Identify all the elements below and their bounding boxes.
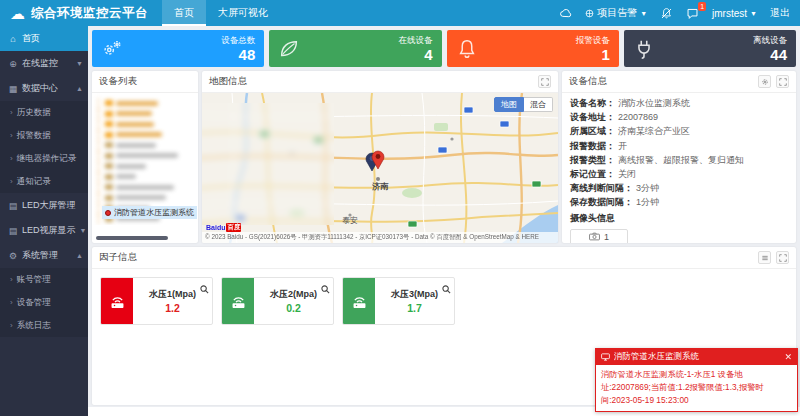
logout-button[interactable]: 退出 — [770, 6, 790, 20]
list-icon[interactable] — [758, 251, 771, 264]
username: jmrstest — [712, 8, 747, 19]
sidebar-item-home[interactable]: ⌂ 首页 — [0, 26, 88, 51]
plug-icon — [633, 38, 655, 60]
middle-row: 设备列表 — [92, 71, 796, 243]
sidebar-item-alarm-data[interactable]: › 报警数据 — [0, 124, 88, 147]
map-type-map-button[interactable]: 地图 — [494, 97, 524, 112]
device-info-panel: 设备信息 设备名称：消防水位监测系统 设备地址：22007869 所属区域：济南… — [562, 71, 796, 243]
sensor-icon — [222, 278, 254, 324]
field-alarm-type: 报警类型：离线报警、超限报警、复归通知 — [570, 155, 788, 165]
top-navbar: ☁ 综合环境监控云平台 首页 大屏可视化 项目告警 ▼ 1 — [0, 0, 800, 26]
camera-section-title: 摄像头信息 — [570, 212, 788, 225]
privacy-blur-overlay — [202, 103, 334, 225]
sidebar-item-data-center[interactable]: ▦ 数据中心 ▲ — [0, 76, 88, 101]
user-dropdown[interactable]: jmrstest ▼ — [712, 8, 757, 19]
alarm-popup-message: 消防管道水压监测系统-1-水压1 设备地址:22007869;当前值:1.2报警… — [596, 365, 797, 411]
sidebar-item-notify-log[interactable]: › 通知记录 — [0, 170, 88, 193]
project-alarm-dropdown[interactable]: 项目告警 ▼ — [585, 6, 647, 20]
cloud-logo-icon: ☁ — [10, 6, 25, 21]
map-type-control: 地图 混合 — [494, 97, 553, 112]
map-canvas[interactable]: 济南 泰安 地图 混合 Baidu百度 © 2023 Baidu - GS(20… — [202, 93, 558, 243]
camera-count: 1 — [604, 232, 609, 242]
navbar-right: 项目告警 ▼ 1 jmrstest ▼ 退出 — [559, 6, 800, 20]
device-info-title: 设备信息 — [569, 75, 607, 88]
sidebar-item-account-mgmt[interactable]: › 账号管理 — [0, 268, 88, 291]
factor-value: 0.2 — [286, 302, 301, 314]
expand-icon[interactable] — [776, 251, 789, 264]
device-list-header: 设备列表 — [92, 71, 198, 93]
map-type-hybrid-button[interactable]: 混合 — [524, 97, 553, 112]
close-icon[interactable]: ✕ — [784, 352, 792, 362]
stat-alarm-devices[interactable]: 报警设备1 — [447, 30, 619, 67]
monitor-icon: ⊕ — [8, 59, 18, 69]
nav-tab-bigscreen[interactable]: 大屏可视化 — [206, 0, 280, 26]
city-label-jinan: 济南 — [372, 181, 388, 192]
magnifier-icon[interactable] — [442, 280, 451, 289]
stat-value: 44 — [753, 47, 787, 62]
sidebar-item-system-mgmt[interactable]: ⚙ 系统管理 ▲ — [0, 243, 88, 268]
chevron-right-icon: › — [10, 275, 13, 284]
chevron-right-icon: › — [10, 154, 13, 163]
factor-card-pressure1[interactable]: 水压1(Mpa) 1.2 — [100, 277, 213, 325]
sidebar-item-led-screen-mgmt[interactable]: ▤ LED大屏管理 — [0, 193, 88, 218]
message-icon[interactable]: 1 — [686, 7, 699, 20]
magnifier-icon[interactable] — [321, 280, 330, 289]
city-label-taian: 泰安 — [342, 215, 358, 226]
bell-muted-icon[interactable] — [660, 7, 673, 20]
chevron-down-icon: ▼ — [750, 10, 757, 17]
cloud-sync-icon[interactable] — [559, 7, 572, 20]
chevron-down-icon: ▼ — [640, 10, 647, 17]
factor-title: 因子信息 — [99, 251, 137, 264]
leaf-icon — [278, 38, 300, 60]
chevron-right-icon: › — [10, 321, 13, 330]
sidebar-item-relay-log[interactable]: › 继电器操作记录 — [0, 147, 88, 170]
chevron-up-icon: ▲ — [76, 85, 83, 92]
device-info-body: 设备名称：消防水位监测系统 设备地址：22007869 所属区域：济南某综合产业… — [562, 93, 796, 243]
chevron-right-icon: › — [10, 131, 13, 140]
sidebar-item-history-data[interactable]: › 历史数据 — [0, 101, 88, 124]
gear-icon[interactable] — [758, 75, 771, 88]
sidebar-item-system-log[interactable]: › 系统日志 — [0, 314, 88, 337]
stat-cards: 设备总数48 在线设备4 报警设备1 离线设备44 — [92, 30, 796, 67]
factor-cards: 水压1(Mpa) 1.2 水压2(Mpa) 0.2 — [92, 269, 796, 333]
home-icon: ⌂ — [8, 34, 18, 44]
stat-value: 48 — [221, 47, 255, 62]
factor-name: 水压2(Mpa) — [270, 288, 317, 301]
sidebar: ⌂ 首页 ⊕ 在线监控 ▼ ▦ 数据中心 ▲ › 历史数据 › 报警数据 › 继… — [0, 26, 88, 416]
stat-total-devices[interactable]: 设备总数48 — [92, 30, 264, 67]
screen-icon: ▤ — [8, 201, 18, 211]
factor-name: 水压1(Mpa) — [149, 288, 196, 301]
device-list-panel: 设备列表 — [92, 71, 198, 243]
factor-value: 1.7 — [407, 302, 422, 314]
project-alarm-label: 项目告警 — [597, 6, 637, 20]
device-list-title: 设备列表 — [99, 75, 137, 88]
device-tree[interactable]: 消防管道水压监测系统 — [92, 93, 198, 225]
camera-button[interactable]: 1 — [570, 229, 628, 244]
horizontal-scrollbar[interactable] — [96, 236, 168, 240]
top-menu: 首页 大屏可视化 — [162, 0, 280, 26]
field-mark-location: 标记位置：关闭 — [570, 169, 788, 179]
factor-card-pressure2[interactable]: 水压2(Mpa) 0.2 — [221, 277, 334, 325]
camera-icon — [589, 232, 600, 241]
device-tree-selected-item[interactable]: 消防管道水压监测系统 — [102, 206, 197, 219]
expand-icon[interactable] — [538, 75, 551, 88]
chevron-right-icon: › — [10, 108, 13, 117]
expand-icon[interactable] — [776, 75, 789, 88]
field-device-address: 设备地址：22007869 — [570, 112, 788, 122]
chevron-down-icon: ▼ — [76, 60, 83, 67]
sidebar-item-device-mgmt[interactable]: › 设备管理 — [0, 291, 88, 314]
sidebar-item-online-monitor[interactable]: ⊕ 在线监控 ▼ — [0, 51, 88, 76]
stat-online-devices[interactable]: 在线设备4 — [269, 30, 441, 67]
magnifier-icon[interactable] — [200, 280, 209, 289]
data-icon: ▦ — [8, 84, 18, 94]
gear-icon: ⚙ — [8, 251, 18, 261]
factor-card-pressure3[interactable]: 水压3(Mpa) 1.7 — [342, 277, 455, 325]
stat-offline-devices[interactable]: 离线设备44 — [624, 30, 796, 67]
factor-name: 水压3(Mpa) — [391, 288, 438, 301]
field-region: 所属区域：济南某综合产业区 — [570, 126, 788, 136]
map-header: 地图信息 — [202, 71, 558, 93]
sidebar-item-led-display[interactable]: ▤ LED视屏显示 ▼ — [0, 218, 88, 243]
alarm-popup-title: 消防管道水压监测系统 — [614, 351, 780, 363]
nav-tab-home[interactable]: 首页 — [162, 0, 206, 26]
factor-value: 1.2 — [165, 302, 180, 314]
